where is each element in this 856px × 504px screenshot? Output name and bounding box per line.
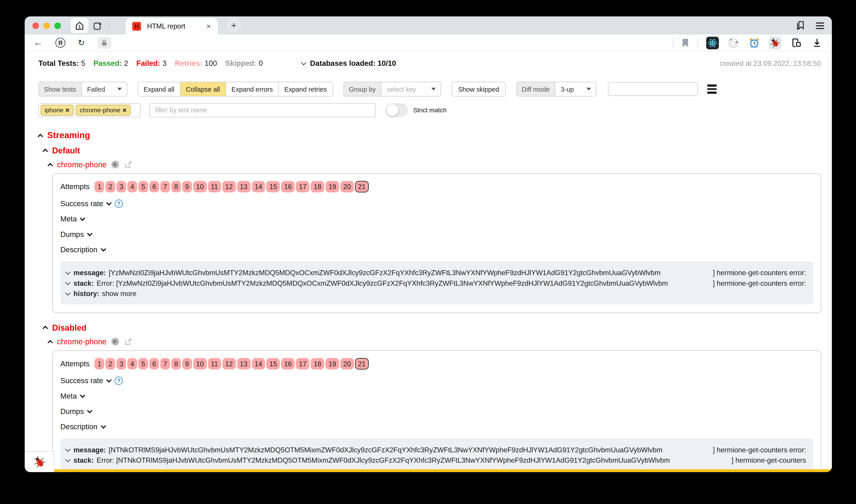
- attempt-pill-10[interactable]: 10: [193, 181, 207, 193]
- error-message-row[interactable]: message: [NTNkOTRlMS9jaHJvbWUtcGhvbmUsMT…: [66, 446, 806, 454]
- attempt-pill-20[interactable]: 20: [340, 181, 354, 193]
- tab-html-report[interactable]: H HTML report ✕: [126, 18, 218, 35]
- downloads-icon[interactable]: [810, 36, 823, 49]
- dumps-row[interactable]: Dumps: [60, 408, 813, 416]
- help-icon[interactable]: ?: [115, 377, 123, 385]
- test-name-filter-input[interactable]: [149, 103, 376, 117]
- attempt-pill-16[interactable]: 16: [281, 358, 295, 370]
- attempt-pill-5[interactable]: 5: [138, 181, 148, 193]
- error-stack-row[interactable]: stack: Error: [NTNkOTRlMS9jaHJvbWUtcGhvb…: [66, 456, 806, 465]
- synced-tabs-icon[interactable]: [796, 20, 806, 31]
- attempt-pill-4[interactable]: 4: [127, 181, 137, 193]
- bookmark-flag-icon[interactable]: [682, 38, 689, 48]
- home-tab-button[interactable]: 1: [71, 18, 88, 33]
- strict-match-toggle[interactable]: [386, 103, 408, 116]
- share-icon[interactable]: [124, 337, 133, 346]
- browser-row-chrome-phone[interactable]: chrome-phone: [25, 160, 832, 169]
- attempt-pill-15[interactable]: 15: [266, 358, 280, 370]
- attempt-pill-1[interactable]: 1: [94, 358, 105, 370]
- bug-corner-widget[interactable]: [25, 451, 54, 472]
- error-stack-row[interactable]: stack: Error: [YzMwNzI0Zi9jaHJvbWUtcGhvb…: [66, 279, 806, 287]
- attempt-pill-17[interactable]: 17: [296, 358, 310, 370]
- error-history-row[interactable]: history: show more: [66, 289, 806, 298]
- description-row[interactable]: Description: [60, 246, 813, 254]
- attempt-pill-8[interactable]: 8: [171, 181, 181, 193]
- chip-chrome-phone[interactable]: chrome-phone✕: [76, 105, 131, 115]
- expand-errors-button[interactable]: Expand errors: [226, 82, 279, 96]
- help-icon[interactable]: ?: [115, 200, 123, 208]
- reload-button[interactable]: ↻: [78, 38, 85, 48]
- attempt-pill-2[interactable]: 2: [105, 181, 115, 193]
- attempt-pill-17[interactable]: 17: [296, 181, 310, 193]
- attempt-pill-18[interactable]: 18: [311, 181, 325, 193]
- attempt-pill-12[interactable]: 12: [222, 358, 236, 370]
- mobx-devtools-extension-icon[interactable]: [727, 36, 739, 49]
- show-more-link[interactable]: show more: [102, 289, 137, 298]
- browser-filter-chips[interactable]: iphone✕ chrome-phone✕: [38, 103, 140, 117]
- section-streaming[interactable]: Streaming: [25, 130, 832, 140]
- eye-icon[interactable]: [111, 338, 119, 345]
- attempt-pill-9[interactable]: 9: [182, 358, 192, 370]
- tabbar-menu-icon[interactable]: [816, 22, 824, 29]
- attempt-pill-21[interactable]: 21: [355, 358, 369, 370]
- group-by-select[interactable]: select key: [381, 82, 441, 96]
- attempt-pill-6[interactable]: 6: [149, 358, 159, 370]
- dumps-row[interactable]: Dumps: [60, 230, 813, 238]
- share-icon[interactable]: [124, 160, 133, 169]
- chip-close-icon[interactable]: ✕: [122, 107, 127, 113]
- meta-row[interactable]: Meta: [60, 215, 813, 223]
- yandex-button[interactable]: Я: [55, 38, 65, 48]
- new-window-button[interactable]: [92, 20, 103, 31]
- alarm-clock-extension-icon[interactable]: [748, 36, 761, 49]
- attempt-pill-10[interactable]: 10: [193, 358, 207, 370]
- attempt-pill-13[interactable]: 13: [237, 358, 251, 370]
- attempt-pill-5[interactable]: 5: [138, 358, 148, 370]
- attempt-pill-7[interactable]: 7: [160, 358, 170, 370]
- attempt-pills[interactable]: 123456789101112131415161718192021: [94, 181, 369, 193]
- toolbar-menu-icon[interactable]: [707, 85, 716, 94]
- attempt-pill-7[interactable]: 7: [160, 181, 170, 193]
- attempt-pill-21[interactable]: 21: [355, 181, 369, 193]
- browser-row-chrome-phone[interactable]: chrome-phone: [25, 337, 832, 346]
- attempt-pill-11[interactable]: 11: [208, 181, 221, 193]
- expand-retries-button[interactable]: Expand retries: [279, 82, 332, 96]
- attempt-pills[interactable]: 123456789101112131415161718192021: [94, 358, 369, 370]
- tab-groups-icon[interactable]: [790, 36, 802, 49]
- attempt-pill-3[interactable]: 3: [117, 358, 126, 370]
- traffic-close-button[interactable]: [32, 22, 39, 29]
- attempt-pill-4[interactable]: 4: [127, 358, 137, 370]
- attempt-pill-16[interactable]: 16: [281, 181, 295, 193]
- site-security-button[interactable]: [97, 37, 111, 49]
- description-row[interactable]: Description: [60, 423, 813, 431]
- show-skipped-button[interactable]: Show skipped: [452, 82, 506, 96]
- collapse-all-button[interactable]: Collapse all: [180, 82, 226, 96]
- back-button[interactable]: ←: [34, 37, 43, 48]
- chip-iphone[interactable]: iphone✕: [41, 105, 74, 115]
- meta-row[interactable]: Meta: [60, 392, 813, 400]
- diff-mode-select[interactable]: 3-up: [555, 82, 596, 96]
- section-default[interactable]: Default: [25, 146, 832, 155]
- tab-close-icon[interactable]: ✕: [206, 23, 211, 30]
- attempt-pill-1[interactable]: 1: [94, 181, 105, 193]
- success-rate-row[interactable]: Success rate ?: [60, 200, 813, 208]
- traffic-zoom-button[interactable]: [54, 22, 61, 29]
- toolbar-search-input[interactable]: [608, 82, 698, 96]
- attempt-pill-18[interactable]: 18: [311, 358, 325, 370]
- new-tab-button[interactable]: +: [227, 18, 241, 33]
- attempt-pill-8[interactable]: 8: [171, 358, 181, 370]
- attempt-pill-9[interactable]: 9: [182, 181, 192, 193]
- chip-close-icon[interactable]: ✕: [65, 107, 70, 113]
- bug-extension-icon[interactable]: [769, 36, 781, 49]
- databases-loaded-toggle[interactable]: Databases loaded: 10/10: [302, 59, 396, 68]
- attempt-pill-13[interactable]: 13: [237, 181, 251, 193]
- attempt-pill-3[interactable]: 3: [117, 181, 126, 193]
- expand-all-button[interactable]: Expand all: [138, 82, 180, 96]
- react-devtools-extension-icon[interactable]: [706, 36, 719, 49]
- section-disabled[interactable]: Disabled: [25, 323, 832, 332]
- show-tests-select[interactable]: Failed: [82, 82, 126, 96]
- attempt-pill-15[interactable]: 15: [266, 181, 280, 193]
- attempt-pill-19[interactable]: 19: [326, 181, 339, 193]
- error-message-row[interactable]: message: [YzMwNzI0Zi9jaHJvbWUtcGhvbmUsMT…: [66, 269, 806, 277]
- attempt-pill-20[interactable]: 20: [340, 358, 354, 370]
- attempt-pill-19[interactable]: 19: [326, 358, 339, 370]
